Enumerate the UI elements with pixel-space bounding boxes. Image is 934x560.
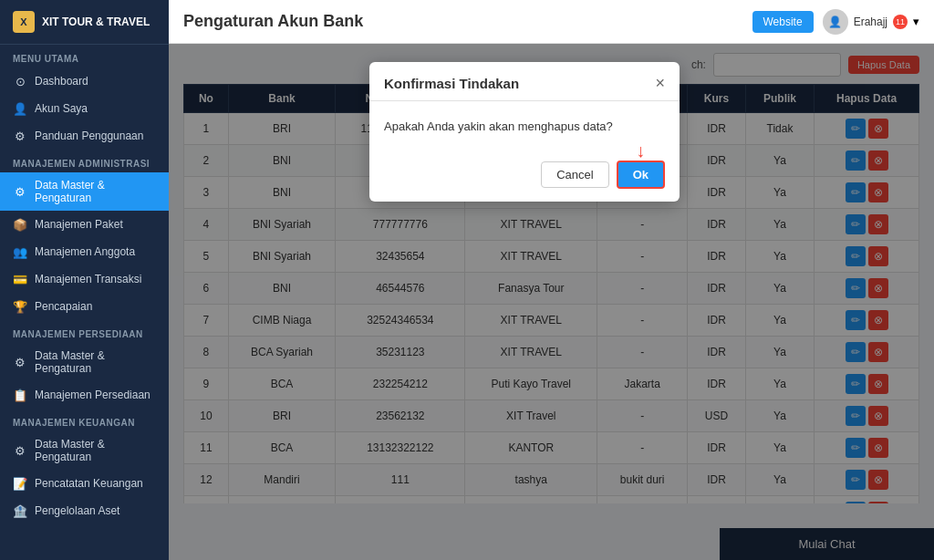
section-title-persediaan: MANAJEMEN PERSEDIAAN [0, 320, 169, 343]
sidebar-item-data-master-persediaan[interactable]: ⚙ Data Master & Pengaturan [0, 343, 169, 381]
sidebar-item-label: Manajemen Anggota [35, 245, 135, 258]
ok-button-wrapper: ↓ Ok [617, 161, 665, 189]
sidebar-item-label: Manajemen Paket [35, 218, 123, 231]
modal-title: Konfirmasi Tindakan [384, 76, 519, 91]
sidebar-item-pencapaian[interactable]: 🏆 Pencapaian [0, 293, 169, 320]
sidebar-item-label: Data Master & Pengaturan [35, 179, 156, 204]
sidebar: X XIT TOUR & TRAVEL MENU UTAMA ⊙ Dashboa… [0, 0, 169, 560]
dashboard-icon: ⊙ [13, 74, 27, 88]
modal-footer: Cancel ↓ Ok [369, 151, 680, 202]
sidebar-item-label: Data Master & Pengaturan [35, 438, 156, 463]
sidebar-item-manajemen-anggota[interactable]: 👥 Manajemen Anggota [0, 238, 169, 265]
section-title-menu-utama: MENU UTAMA [0, 45, 169, 67]
cancel-button[interactable]: Cancel [541, 161, 608, 188]
modal-message: Apakah Anda yakin akan menghapus data? [384, 119, 665, 133]
inventory-icon: 📋 [13, 388, 27, 402]
package-icon: 📦 [13, 217, 27, 232]
username: Erahajj [854, 16, 887, 28]
sidebar-item-manajemen-persediaan[interactable]: 📋 Manajemen Persediaan [0, 381, 169, 409]
sidebar-item-label: Pengelolaan Aset [35, 504, 119, 517]
finance-icon: 📝 [13, 476, 27, 491]
chevron-down-icon: ▾ [913, 15, 919, 28]
sidebar-item-manajemen-paket[interactable]: 📦 Manajemen Paket [0, 211, 169, 238]
modal-close-button[interactable]: × [655, 75, 665, 91]
sidebar-item-label: Akun Saya [35, 102, 88, 115]
sidebar-item-label: Data Master & Pengaturan [35, 349, 156, 375]
user-icon: 👤 [13, 101, 27, 116]
sidebar-item-pengelolaan-aset[interactable]: 🏦 Pengelolaan Aset [0, 497, 169, 524]
modal-overlay: Konfirmasi Tindakan × Apakah Anda yakin … [169, 44, 934, 560]
main-content: Pengaturan Akun Bank Website 👤 Erahajj 1… [169, 0, 934, 560]
sidebar-item-pencatatan-keuangan[interactable]: 📝 Pencatatan Keuangan [0, 470, 169, 497]
section-title-admin: MANAJEMEN ADMINISTRASI [0, 150, 169, 172]
modal-body: Apakah Anda yakin akan menghapus data? [369, 101, 680, 151]
sidebar-item-dashboard[interactable]: ⊙ Dashboard [0, 67, 169, 95]
sidebar-item-manajemen-transaksi[interactable]: 💳 Manajemen Transaksi [0, 265, 169, 293]
members-icon: 👥 [13, 244, 27, 259]
arrow-down-icon: ↓ [636, 140, 645, 161]
sidebar-item-label: Manajemen Transaksi [35, 273, 141, 285]
sidebar-item-label: Pencapaian [35, 300, 92, 313]
website-button[interactable]: Website [752, 11, 814, 33]
page-title: Pengaturan Akun Bank [183, 12, 363, 31]
user-info[interactable]: 👤 Erahajj 11 ▾ [823, 9, 919, 35]
gear-icon: ⚙ [13, 184, 27, 199]
sidebar-item-panduan[interactable]: ⚙ Panduan Penggunaan [0, 122, 169, 150]
sidebar-item-data-master-admin[interactable]: ⚙ Data Master & Pengaturan [0, 172, 169, 211]
topbar-right: Website 👤 Erahajj 11 ▾ [752, 9, 920, 35]
sidebar-item-label: Manajemen Persediaan [35, 389, 150, 401]
sidebar-item-label: Pencatatan Keuangan [35, 477, 143, 490]
sidebar-item-akun-saya[interactable]: 👤 Akun Saya [0, 95, 169, 122]
guide-icon: ⚙ [13, 129, 27, 143]
confirmation-modal: Konfirmasi Tindakan × Apakah Anda yakin … [369, 62, 680, 202]
ok-button[interactable]: Ok [617, 161, 665, 189]
sidebar-item-label: Dashboard [35, 75, 88, 88]
logo-text: XIT TOUR & TRAVEL [42, 16, 150, 28]
avatar: 👤 [823, 9, 848, 35]
section-title-keuangan: MANAJEMEN KEUANGAN [0, 409, 169, 431]
topbar: Pengaturan Akun Bank Website 👤 Erahajj 1… [169, 0, 934, 44]
asset-icon: 🏦 [13, 503, 27, 518]
achievement-icon: 🏆 [13, 299, 27, 314]
gear2-icon: ⚙ [13, 355, 27, 369]
notification-badge: 11 [893, 15, 908, 29]
modal-header: Konfirmasi Tindakan × [369, 62, 680, 101]
logo-icon: X [13, 11, 35, 33]
transaction-icon: 💳 [13, 272, 27, 286]
content-area: ch: Hapus Data No Bank No. Rekening Atas… [169, 44, 934, 560]
gear3-icon: ⚙ [13, 443, 27, 458]
sidebar-item-data-master-keuangan[interactable]: ⚙ Data Master & Pengaturan [0, 431, 169, 470]
sidebar-logo: X XIT TOUR & TRAVEL [0, 0, 169, 45]
sidebar-item-label: Panduan Penggunaan [35, 130, 143, 142]
